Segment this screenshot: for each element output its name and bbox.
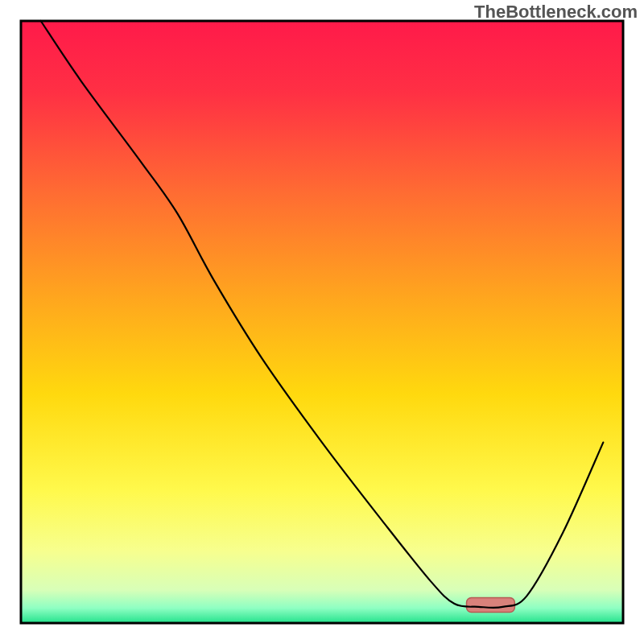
bottleneck-chart xyxy=(0,0,644,644)
plot-background xyxy=(21,21,623,623)
optimal-marker xyxy=(467,598,515,613)
watermark-text: TheBottleneck.com xyxy=(474,2,638,23)
chart-container: TheBottleneck.com xyxy=(0,0,644,644)
